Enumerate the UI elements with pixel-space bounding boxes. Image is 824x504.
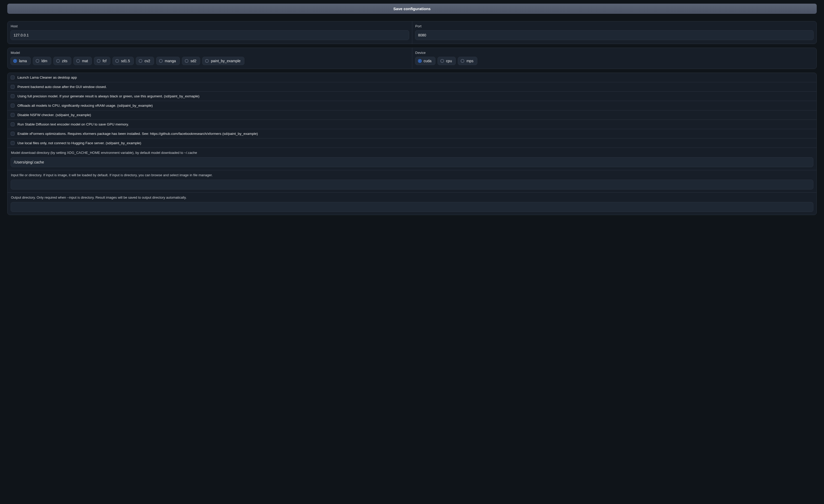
option-row-2[interactable]: Using full precision model. If your gene… (8, 92, 816, 101)
option-row-6[interactable]: Enable xFormers optimizations. Requires … (8, 129, 816, 138)
radio-label: paint_by_example (211, 59, 240, 63)
option-label: Prevent backend auto close after the GUI… (17, 85, 107, 89)
radio-label: zits (62, 59, 68, 63)
radio-label: cv2 (144, 59, 150, 63)
host-column: Host (8, 21, 412, 44)
save-configurations-button[interactable]: Save configurations (7, 4, 817, 14)
radio-label: cpu (446, 59, 452, 63)
option-label: Launch Lama Cleaner as desktop app (17, 76, 77, 79)
option-row-1[interactable]: Prevent backend auto close after the GUI… (8, 82, 816, 92)
radio-label: lama (19, 59, 27, 63)
output-dir-input[interactable] (11, 202, 813, 212)
radio-label: sd2 (191, 59, 197, 63)
option-label: Disable NSFW checker. (sd/paint_by_examp… (17, 113, 91, 117)
radio-circle-icon (159, 59, 163, 63)
radio-fcf[interactable]: fcf (94, 57, 110, 65)
radio-cpu[interactable]: cpu (437, 57, 456, 65)
radio-circle-icon (185, 59, 188, 63)
checkbox[interactable] (11, 76, 15, 79)
device-radio-group: cudacpumps (415, 57, 814, 65)
option-label: Enable xFormers optimizations. Requires … (17, 132, 258, 136)
radio-circle-icon (418, 59, 422, 63)
model-column: Model lamaldmzitsmatfcfsd1.5cv2mangasd2p… (8, 48, 412, 69)
option-row-0[interactable]: Launch Lama Cleaner as desktop app (8, 73, 816, 82)
radio-label: mat (82, 59, 88, 63)
radio-circle-icon (139, 59, 142, 63)
checkbox[interactable] (11, 141, 15, 145)
options-panel: Launch Lama Cleaner as desktop appPreven… (7, 73, 817, 215)
radio-circle-icon (461, 59, 464, 63)
radio-zits[interactable]: zits (54, 57, 71, 65)
input-path-label: Input file or directory. If input is ima… (11, 173, 813, 177)
radio-lama[interactable]: lama (10, 57, 31, 65)
cache-dir-section: Model download directory (by setting XDG… (8, 148, 816, 170)
device-label: Device (415, 51, 814, 55)
output-dir-label: Output directory. Only required when --i… (11, 196, 813, 199)
radio-manga[interactable]: manga (156, 57, 180, 65)
radio-mat[interactable]: mat (73, 57, 92, 65)
radio-paint-by-example[interactable]: paint_by_example (202, 57, 244, 65)
network-panel: Host Port (7, 21, 817, 44)
radio-sd2[interactable]: sd2 (182, 57, 200, 65)
input-path-section: Input file or directory. If input is ima… (8, 170, 816, 193)
radio-sd1-5[interactable]: sd1.5 (112, 57, 134, 65)
radio-circle-icon (36, 59, 39, 63)
radio-label: manga (165, 59, 176, 63)
radio-circle-icon (115, 59, 119, 63)
radio-mps[interactable]: mps (458, 57, 477, 65)
option-label: Run Stable Diffusion text encoder model … (17, 122, 129, 126)
model-radio-group: lamaldmzitsmatfcfsd1.5cv2mangasd2paint_b… (10, 57, 409, 65)
model-label: Model (10, 51, 409, 55)
input-path-input[interactable] (11, 180, 813, 190)
port-label: Port (415, 24, 814, 28)
model-device-panel: Model lamaldmzitsmatfcfsd1.5cv2mangasd2p… (7, 47, 817, 69)
radio-label: mps (467, 59, 473, 63)
radio-ldm[interactable]: ldm (33, 57, 51, 65)
port-input[interactable] (415, 30, 814, 40)
radio-label: fcf (103, 59, 106, 63)
radio-circle-icon (76, 59, 80, 63)
checkbox[interactable] (11, 104, 15, 107)
device-column: Device cudacpumps (412, 48, 817, 69)
output-dir-section: Output directory. Only required when --i… (8, 193, 816, 215)
radio-circle-icon (205, 59, 209, 63)
checkbox[interactable] (11, 113, 15, 117)
radio-cv2[interactable]: cv2 (136, 57, 154, 65)
radio-label: cuda (424, 59, 431, 63)
checkbox[interactable] (11, 85, 15, 89)
radio-label: ldm (41, 59, 47, 63)
option-row-4[interactable]: Disable NSFW checker. (sd/paint_by_examp… (8, 110, 816, 120)
radio-circle-icon (13, 59, 17, 63)
checkbox[interactable] (11, 94, 15, 98)
option-row-5[interactable]: Run Stable Diffusion text encoder model … (8, 120, 816, 129)
checkbox[interactable] (11, 132, 15, 136)
cache-dir-label: Model download directory (by setting XDG… (11, 151, 813, 155)
radio-cuda[interactable]: cuda (415, 57, 435, 65)
option-row-3[interactable]: Offloads all models to CPU, significantl… (8, 101, 816, 110)
radio-label: sd1.5 (121, 59, 130, 63)
cache-dir-input[interactable] (11, 157, 813, 167)
radio-circle-icon (56, 59, 60, 63)
host-label: Host (10, 24, 409, 28)
option-label: Use local files only, not connect to Hug… (17, 141, 141, 145)
host-input[interactable] (10, 30, 409, 40)
option-label: Offloads all models to CPU, significantl… (17, 104, 153, 107)
checkbox[interactable] (11, 122, 15, 126)
option-row-7[interactable]: Use local files only, not connect to Hug… (8, 138, 816, 148)
port-column: Port (412, 21, 817, 44)
option-label: Using full precision model. If your gene… (17, 94, 199, 98)
radio-circle-icon (97, 59, 100, 63)
radio-circle-icon (440, 59, 444, 63)
